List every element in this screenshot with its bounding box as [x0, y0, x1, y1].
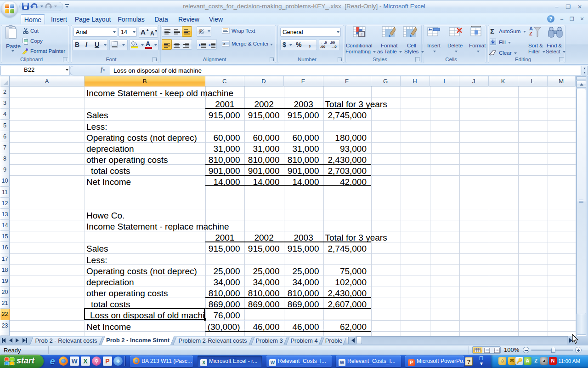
svg-text:a: a [223, 42, 225, 45]
